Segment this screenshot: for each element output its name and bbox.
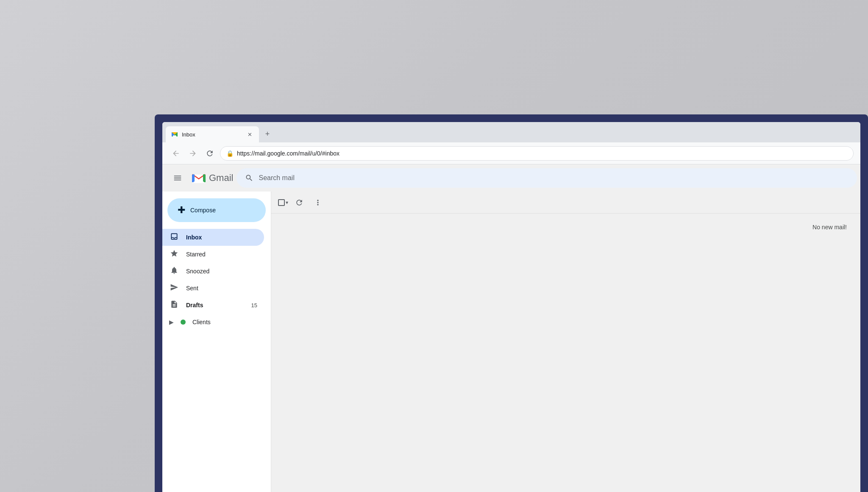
svg-rect-2 xyxy=(203,175,205,182)
sidebar-item-clients[interactable]: ▶ Clients xyxy=(162,314,264,331)
address-bar: 🔒 https://mail.google.com/mail/u/0/#inbo… xyxy=(162,142,860,164)
reload-button[interactable] xyxy=(203,147,217,160)
browser-tab-inbox[interactable]: Inbox ✕ xyxy=(166,126,259,142)
url-bar[interactable]: 🔒 https://mail.google.com/mail/u/0/#inbo… xyxy=(220,146,854,161)
back-button[interactable] xyxy=(169,147,183,160)
sidebar: ✚ Compose Inbox xyxy=(162,192,271,492)
no-new-mail-text: No new mail! xyxy=(812,224,847,231)
compose-plus-icon: ✚ xyxy=(178,205,185,216)
drafts-count: 15 xyxy=(251,302,257,309)
sidebar-item-inbox[interactable]: Inbox xyxy=(162,229,264,246)
right-panel: ▾ xyxy=(271,192,860,492)
snoozed-label: Snoozed xyxy=(186,268,257,275)
gmail-app: Gmail Search mail ✚ xyxy=(162,164,860,492)
forward-icon xyxy=(189,149,197,158)
select-dropdown-icon[interactable]: ▾ xyxy=(286,200,288,206)
refresh-button[interactable] xyxy=(292,195,307,210)
starred-icon xyxy=(169,249,179,260)
empty-inbox-area: No new mail! xyxy=(271,214,860,492)
clients-chevron-icon: ▶ xyxy=(169,319,174,325)
tab-title: Inbox xyxy=(182,131,242,138)
hamburger-icon xyxy=(173,173,182,183)
new-tab-button[interactable]: + xyxy=(261,127,274,141)
tab-favicon-gmail xyxy=(171,131,178,138)
url-text: https://mail.google.com/mail/u/0/#inbox xyxy=(237,150,339,157)
search-icon xyxy=(245,174,253,182)
clients-label: Clients xyxy=(192,319,257,325)
more-options-button[interactable] xyxy=(310,195,326,210)
gmail-wordmark: Gmail xyxy=(209,172,233,183)
refresh-icon xyxy=(295,198,303,207)
menu-button[interactable] xyxy=(169,170,186,186)
reload-icon xyxy=(206,149,214,158)
clients-dot-icon xyxy=(181,320,186,325)
sent-label: Sent xyxy=(186,285,257,292)
drafts-icon xyxy=(169,300,179,311)
toolbar: ▾ xyxy=(271,192,860,214)
monitor-bezel: Inbox ✕ + xyxy=(155,114,868,492)
gmail-body: ✚ Compose Inbox xyxy=(162,192,860,492)
sidebar-item-starred[interactable]: Starred xyxy=(162,246,264,263)
gmail-m-logo xyxy=(191,172,206,184)
lock-icon: 🔒 xyxy=(226,150,234,157)
browser-window: Inbox ✕ + xyxy=(162,122,860,492)
tab-bar: Inbox ✕ + xyxy=(162,122,860,142)
sidebar-item-drafts[interactable]: Drafts 15 xyxy=(162,297,264,314)
forward-button[interactable] xyxy=(186,147,200,160)
svg-rect-1 xyxy=(192,175,195,182)
search-placeholder-text: Search mail xyxy=(259,174,294,182)
gmail-header: Gmail Search mail xyxy=(162,164,860,192)
more-vert-icon xyxy=(314,198,322,207)
back-icon xyxy=(172,149,180,158)
select-all-wrapper[interactable]: ▾ xyxy=(278,199,288,206)
inbox-icon xyxy=(169,232,179,243)
starred-label: Starred xyxy=(186,251,257,258)
sidebar-item-sent[interactable]: Sent xyxy=(162,280,264,297)
select-all-checkbox[interactable] xyxy=(278,199,285,206)
desktop: Inbox ✕ + xyxy=(0,0,868,492)
search-bar[interactable]: Search mail xyxy=(236,168,857,188)
tab-close-button[interactable]: ✕ xyxy=(245,130,254,139)
compose-button[interactable]: ✚ Compose xyxy=(167,198,266,222)
sent-icon xyxy=(169,283,179,294)
gmail-logo: Gmail xyxy=(191,172,233,184)
sidebar-item-snoozed[interactable]: Snoozed xyxy=(162,263,264,280)
compose-label: Compose xyxy=(190,207,216,214)
drafts-label: Drafts xyxy=(186,302,245,309)
snoozed-icon xyxy=(169,266,179,277)
inbox-label: Inbox xyxy=(186,234,257,241)
